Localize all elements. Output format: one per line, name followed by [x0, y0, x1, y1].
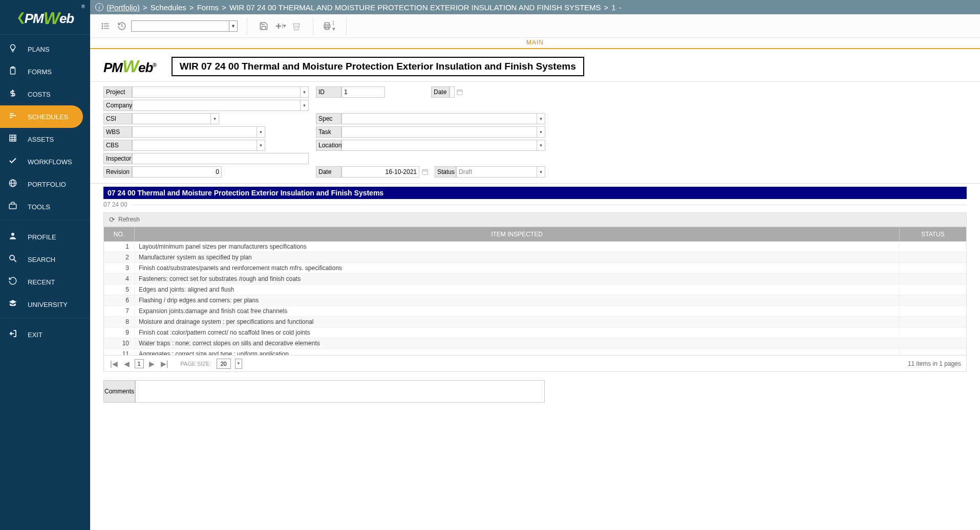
calendar-icon[interactable]: [455, 85, 465, 99]
table-row[interactable]: 10Water traps : none; correct slopes on …: [104, 338, 966, 349]
grid-icon: [7, 134, 18, 145]
form-grid: Project ▼ ID Date Company ▼: [90, 81, 980, 184]
list-icon[interactable]: [98, 19, 113, 33]
label-inspector: Inspector: [103, 153, 132, 164]
page-size-select[interactable]: [217, 359, 231, 369]
task-select[interactable]: ▼: [342, 126, 545, 138]
page-input[interactable]: [135, 359, 144, 368]
company-select[interactable]: ▼: [132, 100, 309, 111]
project-select[interactable]: ▼: [132, 86, 309, 98]
breadcrumb-seg[interactable]: 1: [611, 3, 615, 12]
label-comments: Comments: [103, 380, 135, 403]
history-icon: [7, 276, 18, 288]
inspector-input[interactable]: [132, 153, 309, 164]
id-input[interactable]: [342, 86, 385, 98]
bars-icon: [7, 111, 18, 122]
sidebar-item-plans[interactable]: PLANS: [0, 38, 90, 60]
sidebar-item-portfolio[interactable]: PORTFOLIO: [0, 173, 90, 195]
breadcrumb-seg[interactable]: Forms: [197, 3, 219, 12]
table-row[interactable]: 2Manufacturer system as specified by pla…: [104, 252, 966, 263]
sidebar-item-search[interactable]: SEARCH: [0, 248, 90, 271]
cell-item: Finish coat/substrates/panels and reinfo…: [135, 263, 900, 273]
sidebar-item-workflows[interactable]: WORKFLOWS: [0, 150, 90, 173]
location-select[interactable]: ▼: [342, 140, 545, 151]
delete-icon[interactable]: [289, 19, 304, 33]
search-icon: [7, 254, 18, 265]
sidebar-item-exit[interactable]: EXIT: [0, 323, 90, 346]
cell-no: 7: [104, 306, 135, 316]
chevron-down-icon[interactable]: ▼: [235, 359, 242, 369]
table-row[interactable]: 3Finish coat/substrates/panels and reinf…: [104, 263, 966, 274]
table-row[interactable]: 5Edges and joints: aligned and flush: [104, 284, 966, 295]
breadcrumb-seg[interactable]: Schedules: [151, 3, 186, 12]
sidebar-item-university[interactable]: UNIVERSITY: [0, 293, 90, 316]
info-icon[interactable]: i: [95, 3, 103, 11]
refresh-button[interactable]: Refresh: [118, 216, 140, 223]
table-row[interactable]: 1Layout/minimum panel sizes per manufact…: [104, 241, 966, 252]
history-icon[interactable]: [115, 19, 129, 33]
sidebar-item-label: UNIVERSITY: [28, 301, 68, 308]
wbs-select[interactable]: ▼: [132, 126, 265, 138]
col-item[interactable]: ITEM INSPECTED: [135, 227, 900, 241]
print-icon[interactable]: |▾: [323, 19, 337, 33]
breadcrumb-sep: >: [189, 3, 194, 12]
cell-item: Water traps : none; correct slopes on si…: [135, 338, 900, 348]
add-icon[interactable]: |▾: [273, 19, 287, 33]
save-icon[interactable]: [257, 19, 271, 33]
breadcrumb-seg[interactable]: WIR 07 24 00 THERMAL AND MOISTURE PROTEC…: [229, 3, 601, 12]
table-row[interactable]: 4Fasteners: correct set for substrates /…: [104, 274, 966, 284]
breadcrumb-sep: >: [222, 3, 226, 12]
svg-point-15: [10, 255, 14, 260]
breadcrumb-sep: >: [604, 3, 609, 12]
col-status[interactable]: STATUS: [900, 227, 966, 241]
cell-no: 4: [104, 274, 135, 284]
cell-no: 10: [104, 338, 135, 348]
breadcrumb-portfolio[interactable]: (Portfolio): [106, 3, 140, 12]
view-select[interactable]: ▼: [131, 20, 238, 32]
section-code-row: 07 24 00: [90, 199, 980, 210]
page-info: 11 items in 1 pages: [908, 360, 961, 367]
calendar-icon[interactable]: [419, 165, 431, 179]
date2-input[interactable]: [342, 166, 419, 178]
table-row[interactable]: 11Aggregates : correct size and type : u…: [104, 349, 966, 355]
sidebar-item-assets[interactable]: ASSETS: [0, 128, 90, 150]
main: i (Portfolio) > Schedules > Forms > WIR …: [90, 0, 980, 530]
cell-item: Aggregates : correct size and type : uni…: [135, 349, 900, 355]
page-prev-icon[interactable]: ◀: [123, 360, 131, 368]
tab-main[interactable]: MAIN: [526, 39, 544, 48]
svg-rect-13: [9, 204, 16, 209]
revision-input[interactable]: [132, 166, 222, 178]
sidebar-item-recent[interactable]: RECENT: [0, 271, 90, 293]
comments-input[interactable]: [135, 380, 545, 403]
spec-select[interactable]: ▼: [342, 113, 545, 124]
col-no[interactable]: NO.: [104, 227, 135, 241]
sidebar-item-label: TOOLS: [28, 203, 50, 211]
label-csi: CSI: [103, 113, 132, 124]
refresh-icon[interactable]: ⟳: [109, 215, 115, 224]
page-size-label: PAGE SIZE:: [180, 361, 211, 367]
nav-secondary: PROFILESEARCHRECENTUNIVERSITY: [0, 223, 90, 316]
table-row[interactable]: 7Expansion joints:damage and finish coat…: [104, 306, 966, 317]
cell-item: Manufacturer system as specified by plan: [135, 252, 900, 262]
sidebar-item-forms[interactable]: FORMS: [0, 60, 90, 83]
sidebar-item-tools[interactable]: TOOLS: [0, 195, 90, 218]
status-select[interactable]: Draft▼: [456, 166, 545, 178]
cell-no: 5: [104, 284, 135, 295]
table-row[interactable]: 8Moisture and drainage system : per spec…: [104, 317, 966, 327]
label-date2: Date: [316, 166, 342, 178]
table-row[interactable]: 6Flashing / drip edges and corners: per …: [104, 295, 966, 306]
table-row[interactable]: 9Finish coat :color/pattern correct/ no …: [104, 327, 966, 338]
label-location: Location: [316, 140, 342, 151]
svg-point-22: [102, 26, 103, 27]
sidebar-item-profile[interactable]: PROFILE: [0, 226, 90, 248]
cell-item: Layout/minimum panel sizes per manufactu…: [135, 241, 900, 252]
sidebar-item-schedules[interactable]: SCHEDULES: [0, 105, 83, 128]
csi-select[interactable]: ▼: [132, 113, 219, 124]
sidebar-item-costs[interactable]: COSTS: [0, 83, 90, 105]
sidebar-item-label: PROFILE: [28, 233, 56, 241]
page-next-icon[interactable]: ▶: [148, 360, 156, 368]
date-input[interactable]: [450, 86, 455, 98]
page-last-icon[interactable]: ▶|: [160, 360, 169, 368]
page-first-icon[interactable]: |◀: [109, 360, 119, 368]
cbs-select[interactable]: ▼: [132, 140, 265, 151]
